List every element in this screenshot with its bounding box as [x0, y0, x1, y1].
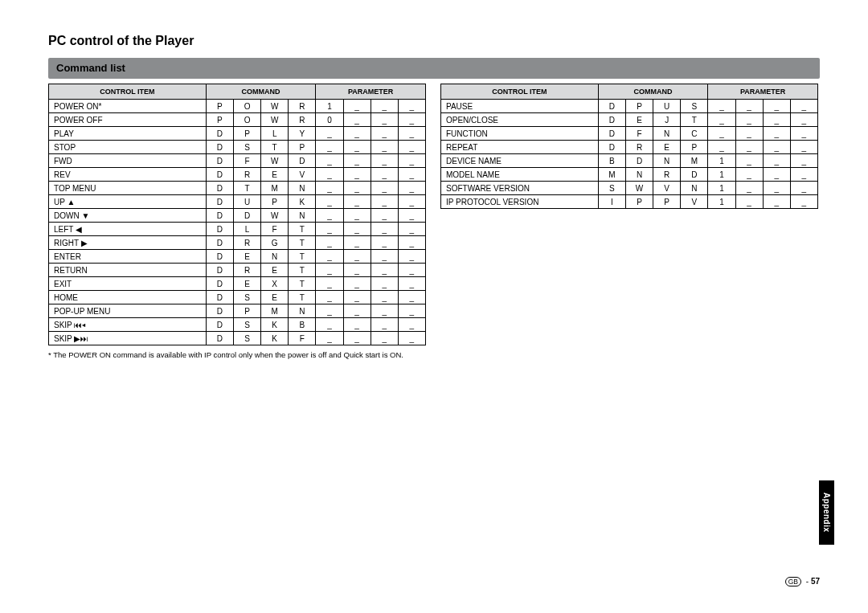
parameter-char-cell: _: [398, 100, 425, 113]
parameter-char-cell: _: [343, 209, 371, 223]
parameter-char-cell: _: [316, 236, 343, 250]
parameter-char-cell: _: [735, 113, 763, 127]
command-char-cell: R: [653, 168, 681, 182]
command-char-cell: D: [598, 113, 625, 127]
command-char-cell: N: [653, 127, 681, 141]
command-char-cell: D: [206, 304, 233, 318]
command-char-cell: D: [206, 127, 233, 141]
command-char-cell: N: [289, 209, 316, 223]
table-row: SKIP ⏮◀DSKB____: [49, 318, 426, 332]
parameter-char-cell: _: [343, 304, 371, 318]
parameter-char-cell: _: [398, 182, 425, 195]
control-item-cell: DEVICE NAME: [441, 154, 599, 168]
page-number: GB - 57: [785, 577, 820, 586]
table-row: UP ▲DUPK____: [49, 195, 426, 209]
table-row: PAUSEDPUS____: [441, 100, 818, 113]
parameter-char-cell: _: [316, 264, 343, 277]
parameter-char-cell: _: [316, 223, 343, 236]
control-item-cell: POWER ON*: [49, 100, 207, 113]
parameter-char-cell: _: [735, 182, 763, 195]
command-char-cell: T: [289, 223, 316, 236]
command-char-cell: E: [653, 141, 681, 154]
command-char-cell: O: [233, 100, 260, 113]
header-control-item: CONTROL ITEM: [441, 84, 599, 100]
command-char-cell: D: [598, 127, 625, 141]
parameter-char-cell: _: [763, 141, 790, 154]
parameter-char-cell: _: [371, 100, 398, 113]
command-char-cell: E: [233, 277, 260, 291]
command-char-cell: E: [625, 113, 653, 127]
command-char-cell: R: [289, 100, 316, 113]
control-item-cell: SOFTWARE VERSION: [441, 182, 599, 195]
command-char-cell: P: [681, 141, 708, 154]
control-item-cell: FWD: [49, 154, 207, 168]
command-char-cell: O: [233, 113, 260, 127]
parameter-char-cell: _: [790, 141, 817, 154]
parameter-char-cell: _: [398, 250, 425, 264]
header-command: COMMAND: [206, 84, 316, 100]
command-char-cell: D: [598, 141, 625, 154]
command-char-cell: S: [233, 141, 260, 154]
parameter-char-cell: _: [398, 291, 425, 304]
parameter-char-cell: _: [398, 223, 425, 236]
command-char-cell: B: [598, 154, 625, 168]
parameter-char-cell: 1: [708, 154, 735, 168]
command-char-cell: T: [261, 141, 289, 154]
direction-icon: ◀: [73, 225, 82, 234]
parameter-char-cell: _: [371, 113, 398, 127]
control-item-cell: IP PROTOCOL VERSION: [441, 195, 599, 209]
command-char-cell: M: [261, 304, 289, 318]
parameter-char-cell: _: [316, 195, 343, 209]
command-char-cell: P: [233, 304, 260, 318]
parameter-char-cell: _: [371, 291, 398, 304]
parameter-char-cell: _: [316, 168, 343, 182]
parameter-char-cell: _: [343, 195, 371, 209]
parameter-char-cell: _: [371, 332, 398, 345]
table-row: REPEATDREP____: [441, 141, 818, 154]
table-row: EXITDEXT____: [49, 277, 426, 291]
parameter-char-cell: _: [371, 277, 398, 291]
command-char-cell: P: [206, 113, 233, 127]
command-char-cell: Y: [289, 127, 316, 141]
control-item-cell: SKIP ▶⏭: [49, 332, 207, 345]
control-item-cell: UP ▲: [49, 195, 207, 209]
parameter-char-cell: _: [735, 141, 763, 154]
command-char-cell: R: [625, 141, 653, 154]
table-row: TOP MENUDTMN____: [49, 182, 426, 195]
parameter-char-cell: 1: [708, 182, 735, 195]
command-char-cell: S: [233, 332, 260, 345]
command-table-left: CONTROL ITEM COMMAND PARAMETER POWER ON*…: [48, 84, 426, 345]
control-item-cell: OPEN/CLOSE: [441, 113, 599, 127]
parameter-char-cell: _: [371, 195, 398, 209]
page-title: PC control of the Player: [48, 34, 820, 48]
command-char-cell: D: [206, 277, 233, 291]
parameter-char-cell: _: [316, 250, 343, 264]
command-char-cell: W: [261, 113, 289, 127]
control-item-cell: MODEL NAME: [441, 168, 599, 182]
table-row: RIGHT ▶DRGT____: [49, 236, 426, 250]
command-char-cell: W: [625, 182, 653, 195]
command-table-right: CONTROL ITEM COMMAND PARAMETER PAUSEDPUS…: [440, 84, 818, 209]
command-char-cell: V: [653, 182, 681, 195]
parameter-char-cell: _: [343, 182, 371, 195]
command-char-cell: M: [681, 154, 708, 168]
footnote: * The POWER ON command is available with…: [48, 350, 426, 361]
parameter-char-cell: _: [398, 318, 425, 332]
parameter-char-cell: _: [763, 168, 790, 182]
table-row: ENTERDENT____: [49, 250, 426, 264]
parameter-char-cell: _: [316, 332, 343, 345]
parameter-char-cell: _: [316, 291, 343, 304]
direction-icon: ▶: [79, 239, 88, 247]
control-item-cell: REPEAT: [441, 141, 599, 154]
direction-icon: ▼: [80, 211, 90, 220]
control-item-cell: PAUSE: [441, 100, 599, 113]
table-row: FWDDFWD____: [49, 154, 426, 168]
parameter-char-cell: _: [398, 304, 425, 318]
command-char-cell: T: [233, 182, 260, 195]
header-command: COMMAND: [598, 84, 708, 100]
command-char-cell: J: [653, 113, 681, 127]
table-row: POWER OFFPOWR0___: [49, 113, 426, 127]
command-char-cell: P: [625, 100, 653, 113]
header-control-item: CONTROL ITEM: [49, 84, 207, 100]
command-char-cell: B: [289, 318, 316, 332]
